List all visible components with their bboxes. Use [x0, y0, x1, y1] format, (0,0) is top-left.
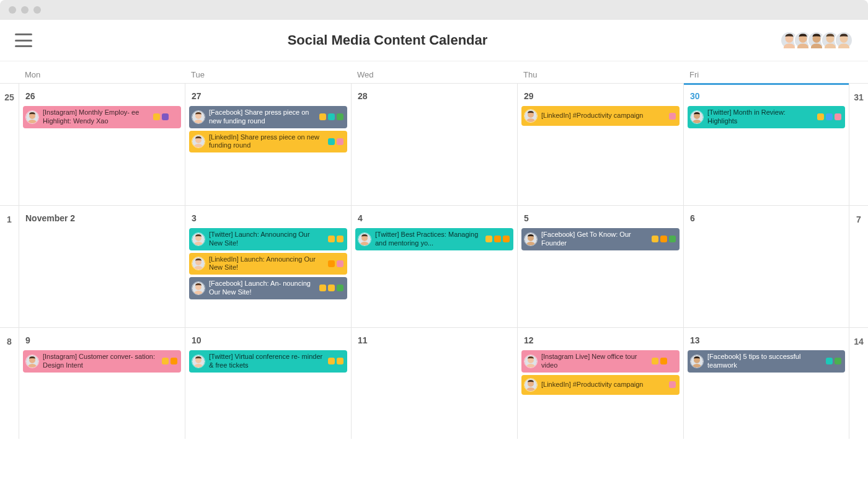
task-card[interactable]: [Facebook] Launch: An- nouncing Our New …	[189, 277, 347, 299]
task-card[interactable]: [Twitter] Launch: Announcing Our New Sit…	[189, 228, 347, 250]
task-card[interactable]: [LinkedIn] #Productivity campaign	[521, 106, 680, 126]
next-day-label: 14	[849, 327, 868, 439]
task-title: [Twitter] Launch: Announcing Our New Sit…	[209, 231, 324, 248]
task-card[interactable]: [Instagram] Customer conver- sation: Des…	[23, 350, 181, 373]
tag-icon	[337, 236, 343, 242]
task-card[interactable]: [Twitter] Virtual conference re- minder …	[189, 350, 347, 373]
assignee-avatar	[192, 281, 205, 295]
day-cell[interactable]: 10[Twitter] Virtual conference re- minde…	[185, 327, 351, 439]
task-card[interactable]: [LinkedIn] Share press piece on new fund…	[189, 131, 347, 153]
task-tags	[319, 113, 343, 120]
task-card[interactable]: [Facebook] 5 tips to successful teamwork	[688, 350, 845, 373]
day-cell[interactable]: 4[Twitter] Best Practices: Managing and …	[351, 205, 517, 327]
tag-icon	[652, 236, 658, 242]
day-cell[interactable]: 6	[683, 205, 849, 327]
task-title: [Facebook] Get To Know: Our Founder	[541, 231, 648, 248]
project-members[interactable]	[780, 31, 853, 50]
calendar-grid: 2526[Instagram] Monthly Employ- ee Highl…	[0, 83, 868, 439]
tag-icon	[835, 113, 841, 120]
day-number: 28	[355, 91, 513, 104]
day-cell[interactable]: 27[Facebook] Share press piece on new fu…	[185, 83, 351, 205]
task-title: [LinkedIn] Share press piece on new fund…	[209, 133, 324, 151]
tag-icon	[153, 113, 160, 120]
day-header: Thu	[517, 65, 683, 83]
task-card[interactable]: [Twitter] Best Practices: Managing and m…	[355, 228, 513, 250]
prev-day-label: 25	[0, 83, 19, 205]
task-tags	[328, 138, 343, 145]
day-cell[interactable]: 28	[351, 83, 517, 205]
task-tags	[652, 236, 676, 242]
day-number: 6	[688, 213, 845, 226]
day-number: 9	[23, 335, 181, 348]
day-number: November 2	[23, 213, 181, 226]
assignee-avatar	[192, 257, 205, 270]
tag-icon	[319, 285, 326, 291]
assignee-avatar	[358, 232, 371, 246]
day-number: 26	[23, 91, 181, 104]
tag-icon	[328, 113, 335, 120]
window-chrome	[0, 0, 868, 20]
task-title: [Twitter] Best Practices: Managing and m…	[375, 231, 482, 248]
prev-day-label: 8	[0, 327, 19, 439]
assignee-avatar	[192, 355, 205, 368]
tag-icon	[826, 113, 833, 120]
assignee-avatar	[25, 110, 39, 124]
tag-icon	[319, 113, 326, 120]
tag-icon	[494, 236, 501, 242]
task-title: [Twitter] Virtual conference re- minder …	[209, 353, 324, 370]
task-tags	[485, 236, 510, 242]
day-number: 3	[189, 213, 347, 226]
day-number: 30	[688, 91, 845, 104]
task-title: [Instagram] Customer conver- sation: Des…	[43, 353, 158, 370]
tag-icon	[337, 285, 343, 291]
task-tags	[328, 358, 343, 364]
tag-icon	[337, 358, 343, 364]
prev-day-label: 1	[0, 205, 19, 327]
day-number: 10	[189, 335, 347, 348]
day-cell[interactable]: November 2	[19, 205, 185, 327]
day-cell[interactable]: 12[Instagram Live] New office tour video…	[517, 327, 683, 439]
task-tags	[328, 260, 343, 267]
day-cell[interactable]: 26[Instagram] Monthly Employ- ee Highlig…	[19, 83, 185, 205]
day-cell[interactable]: 9[Instagram] Customer conver- sation: De…	[19, 327, 185, 439]
task-title: [Facebook] 5 tips to successful teamwork	[707, 353, 822, 370]
task-card[interactable]: [Instagram Live] New office tour video	[521, 350, 680, 373]
assignee-avatar	[192, 135, 205, 148]
tag-icon	[669, 381, 676, 388]
day-number: 13	[688, 335, 845, 348]
assignee-avatar	[690, 110, 704, 124]
assignee-avatar	[690, 355, 704, 368]
day-cell[interactable]: 13[Facebook] 5 tips to successful teamwo…	[683, 327, 849, 439]
day-cell[interactable]: 30[Twitter] Month in Review: Highlights	[683, 83, 849, 205]
task-tags	[826, 358, 841, 364]
task-title: [LinkedIn] Launch: Announcing Our New Si…	[209, 255, 324, 273]
day-header: Fri	[683, 65, 849, 83]
assignee-avatar	[192, 232, 205, 246]
day-header: Mon	[19, 65, 185, 83]
tag-icon	[817, 113, 824, 120]
task-card[interactable]: [Facebook] Share press piece on new fund…	[189, 106, 347, 128]
task-card[interactable]: [LinkedIn] Launch: Announcing Our New Si…	[189, 253, 347, 275]
assignee-avatar	[192, 110, 205, 124]
task-card[interactable]: [Facebook] Get To Know: Our Founder	[521, 228, 680, 250]
day-number: 12	[521, 335, 680, 348]
tag-icon	[337, 113, 343, 120]
window-dot	[33, 6, 41, 14]
tag-icon	[485, 236, 492, 242]
day-cell[interactable]: 29[LinkedIn] #Productivity campaign	[517, 83, 683, 205]
day-cell[interactable]: 3[Twitter] Launch: Announcing Our New Si…	[185, 205, 351, 327]
task-tags	[162, 358, 177, 364]
day-cell[interactable]: 5[Facebook] Get To Know: Our Founder	[517, 205, 683, 327]
next-day-label: 7	[849, 205, 868, 327]
tag-icon	[162, 113, 169, 120]
task-card[interactable]: [LinkedIn] #Productivity campaign	[521, 375, 680, 395]
day-cell[interactable]: 11	[351, 327, 517, 439]
avatar[interactable]	[835, 31, 853, 50]
day-header-row: Mon Tue Wed Thu Fri	[0, 61, 868, 83]
task-card[interactable]: [Twitter] Month in Review: Highlights	[688, 106, 845, 128]
tag-icon	[328, 138, 335, 145]
day-header: Wed	[351, 65, 517, 83]
task-title: [Facebook] Share press piece on new fund…	[209, 108, 316, 126]
task-card[interactable]: [Instagram] Monthly Employ- ee Highlight…	[23, 106, 181, 128]
tag-icon	[170, 113, 177, 120]
